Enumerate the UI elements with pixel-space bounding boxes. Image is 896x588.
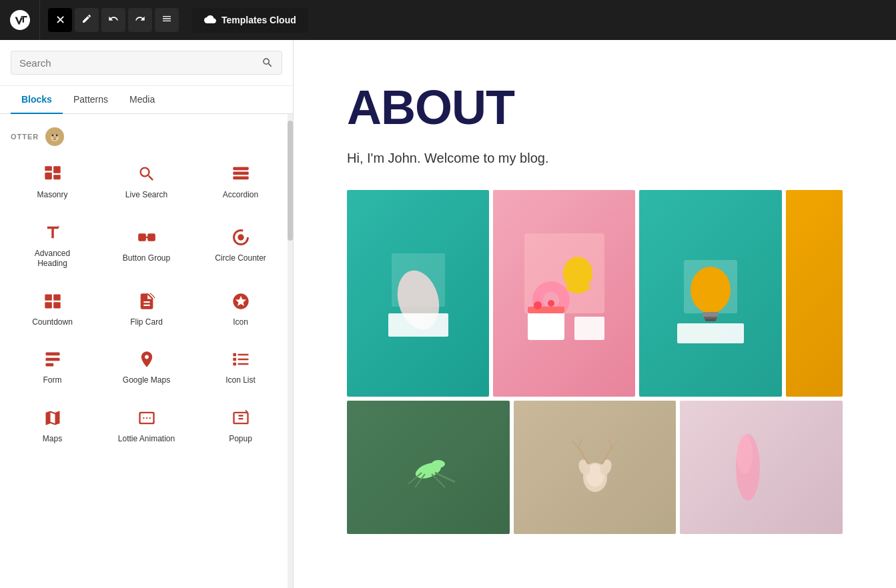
content-area: ABOUT Hi, I'm John. Welcome to my blog. [294, 40, 896, 588]
countdown-label: Countdown [32, 317, 73, 328]
photo-cell-5 [347, 401, 510, 534]
otter-avatar [45, 127, 64, 146]
redo-button[interactable] [128, 8, 152, 32]
svg-point-36 [563, 257, 592, 290]
block-item-countdown[interactable]: Countdown [5, 279, 99, 337]
scrollbar-track [288, 114, 293, 588]
menu-button[interactable] [155, 8, 179, 32]
svg-line-61 [572, 441, 578, 447]
svg-rect-9 [233, 167, 248, 171]
photo-pink-cakes [493, 190, 635, 397]
svg-point-45 [691, 267, 731, 313]
svg-text:+: + [56, 224, 59, 231]
blocks-container: OTTER [0, 114, 293, 459]
svg-rect-24 [45, 363, 53, 367]
live-search-icon [136, 163, 157, 185]
block-item-live-search[interactable]: Live Search [99, 151, 193, 210]
undo-icon [108, 13, 119, 27]
svg-point-51 [432, 460, 445, 468]
search-input[interactable] [19, 57, 262, 69]
svg-rect-26 [238, 354, 248, 355]
block-item-advanced-heading[interactable]: + Advanced Heading [5, 210, 99, 279]
svg-point-42 [548, 300, 554, 307]
svg-rect-19 [53, 294, 61, 300]
block-item-circle-counter[interactable]: Circle Counter [193, 210, 288, 279]
blocks-grid: Masonry Live Search [0, 151, 293, 454]
icon-list-label: Icon List [226, 375, 256, 386]
svg-point-4 [53, 137, 57, 139]
block-item-lottie-animation[interactable]: Lottie Animation [99, 395, 193, 454]
photo-cell-3 [639, 190, 781, 397]
svg-line-62 [578, 439, 582, 447]
block-item-icon-list[interactable]: Icon List [193, 337, 288, 395]
circle-counter-icon [230, 227, 252, 248]
grasshopper-illustration [382, 427, 475, 507]
svg-rect-30 [238, 363, 248, 365]
main-layout: Blocks Patterns Media OTTER [0, 40, 896, 588]
photo-partial [786, 190, 843, 397]
svg-rect-11 [233, 177, 248, 180]
svg-rect-28 [238, 359, 248, 360]
svg-rect-18 [45, 294, 52, 300]
block-item-icon[interactable]: Icon [193, 279, 288, 337]
svg-point-67 [737, 434, 753, 474]
live-search-label: Live Search [125, 190, 167, 201]
popup-label: Popup [229, 434, 252, 445]
maps-label: Maps [43, 434, 62, 445]
blocks-container-wrapper: OTTER [0, 114, 293, 588]
flip-card-label: Flip Card [130, 317, 163, 328]
svg-line-52 [408, 473, 422, 484]
templates-cloud-label: Templates Cloud [221, 15, 296, 25]
wp-logo[interactable] [0, 0, 40, 40]
photo-row-1 [347, 190, 843, 397]
search-button[interactable] [262, 57, 274, 69]
svg-rect-20 [45, 302, 52, 308]
block-item-flip-card[interactable]: Flip Card [99, 279, 193, 337]
svg-rect-49 [677, 323, 744, 343]
popup-icon [230, 407, 252, 429]
svg-point-3 [56, 135, 58, 137]
circle-counter-label: Circle Counter [215, 253, 266, 264]
sidebar: Blocks Patterns Media OTTER [0, 40, 294, 588]
bulb-illustration [670, 240, 751, 347]
svg-rect-25 [233, 353, 236, 357]
templates-cloud-button[interactable]: Templates Cloud [192, 8, 308, 33]
block-item-accordion[interactable]: Accordion [193, 151, 288, 210]
templates-cloud-icon [204, 13, 216, 27]
photo-teal-crystal [347, 190, 489, 397]
block-item-form[interactable]: Form [5, 337, 99, 395]
edit-button[interactable] [75, 8, 99, 32]
block-item-maps[interactable]: Maps [5, 395, 99, 454]
block-item-google-maps[interactable]: Google Maps [99, 337, 193, 395]
svg-rect-48 [705, 319, 716, 321]
toolbar-actions: ✕ [40, 8, 187, 32]
button-group-label: Button Group [123, 253, 170, 264]
tab-blocks[interactable]: Blocks [11, 86, 63, 114]
block-item-popup[interactable]: Popup [193, 395, 288, 454]
block-item-button-group[interactable]: Button Group [99, 210, 193, 279]
svg-rect-34 [388, 313, 448, 337]
form-label: Form [43, 375, 62, 386]
svg-rect-7 [45, 173, 52, 180]
scrollbar-thumb[interactable] [288, 121, 293, 241]
tab-patterns[interactable]: Patterns [63, 86, 119, 114]
google-maps-icon [136, 349, 157, 370]
close-icon: ✕ [55, 13, 65, 27]
undo-button[interactable] [101, 8, 125, 32]
deer-illustration [555, 427, 635, 507]
toolbar: ✕ Templates Cloud [0, 0, 896, 40]
svg-rect-22 [45, 353, 59, 356]
countdown-icon [42, 291, 63, 312]
svg-rect-10 [233, 172, 248, 175]
close-button[interactable]: ✕ [48, 8, 72, 32]
tab-media[interactable]: Media [119, 86, 165, 114]
photo-cell-2 [493, 190, 635, 397]
block-item-masonry[interactable]: Masonry [5, 151, 99, 210]
svg-line-64 [612, 441, 618, 447]
search-icon [262, 57, 274, 69]
svg-point-17 [238, 235, 244, 241]
photo-cell-6 [514, 401, 677, 534]
search-input-wrapper[interactable] [11, 51, 282, 75]
cakes-illustration [518, 227, 611, 360]
photo-teal-bulb [639, 190, 781, 397]
